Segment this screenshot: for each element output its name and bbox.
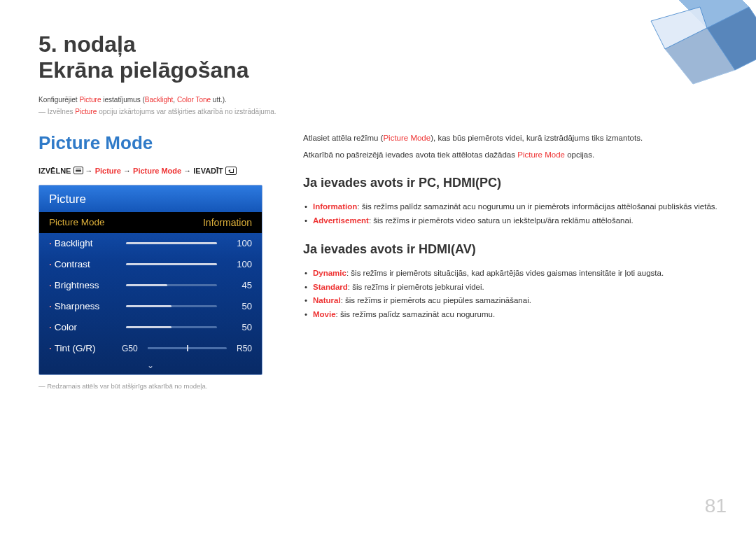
list-item: Information: šis režīms palīdz samazināt… — [313, 200, 721, 214]
osd-label: Sharpness — [49, 301, 116, 311]
osd-row: Contrast100 — [39, 254, 262, 275]
osd-slider — [126, 263, 217, 265]
list-item: Movie: šis režīms palīdz samazināt acu n… — [313, 308, 721, 322]
image-caption: ― Redzamais attēls var būt atšķirīgs atk… — [38, 382, 276, 390]
osd-slider — [126, 305, 217, 307]
osd-slider — [126, 284, 217, 286]
section-heading: Picture Mode — [38, 132, 276, 154]
osd-row: Backlight100 — [39, 233, 262, 254]
list-item: Advertisement: šis režīms ir piemērots v… — [313, 214, 721, 228]
osd-value: 100 — [227, 259, 252, 269]
osd-value: 100 — [227, 238, 252, 248]
osd-label: Backlight — [49, 238, 116, 248]
osd-slider — [126, 326, 217, 328]
osd-row-selected: Picture Mode Information — [39, 212, 262, 233]
decorative-corner — [581, 0, 756, 98]
chevron-down-icon: ⌄ — [39, 359, 262, 374]
osd-panel: Picture Picture Mode Information Backlig… — [38, 185, 262, 375]
osd-slider — [126, 242, 217, 244]
osd-row: Sharpness50 — [39, 296, 262, 317]
osd-row: Brightness45 — [39, 275, 262, 296]
enter-icon — [225, 167, 237, 175]
menu-icon — [74, 167, 83, 174]
desc-p1: Atlasiet attēla režīmu (Picture Mode), k… — [303, 132, 721, 145]
osd-label: Contrast — [49, 259, 116, 269]
desc-p2: Atkarībā no pašreizējā ievades avota tie… — [303, 149, 721, 162]
osd-value: 50 — [227, 301, 252, 311]
page-number: 81 — [705, 495, 727, 517]
list-item: Dynamic: šis režīms ir piemērots situāci… — [313, 267, 721, 281]
note-text: ― Izvēlnes Picture opciju izkārtojums va… — [38, 108, 721, 115]
osd-value: 50 — [227, 322, 252, 332]
osd-label: Color — [49, 322, 116, 332]
osd-value: 45 — [227, 280, 252, 290]
subheading-pc: Ja ievades avots ir PC, HDMI(PC) — [303, 174, 721, 193]
subheading-av: Ja ievades avots ir HDMI(AV) — [303, 240, 721, 260]
list-item: Standard: šis režīms ir piemērots jebkur… — [313, 281, 721, 295]
osd-row: Color50 — [39, 317, 262, 338]
osd-title: Picture — [39, 185, 262, 212]
osd-label: Brightness — [49, 280, 116, 290]
menu-path: IZVĒLNE → Picture → Picture Mode → IEVAD… — [38, 167, 276, 175]
list-item: Natural: šis režīms ir piemērots acu pie… — [313, 294, 721, 308]
osd-row-tint: Tint (G/R) G50 R50 — [39, 338, 262, 359]
